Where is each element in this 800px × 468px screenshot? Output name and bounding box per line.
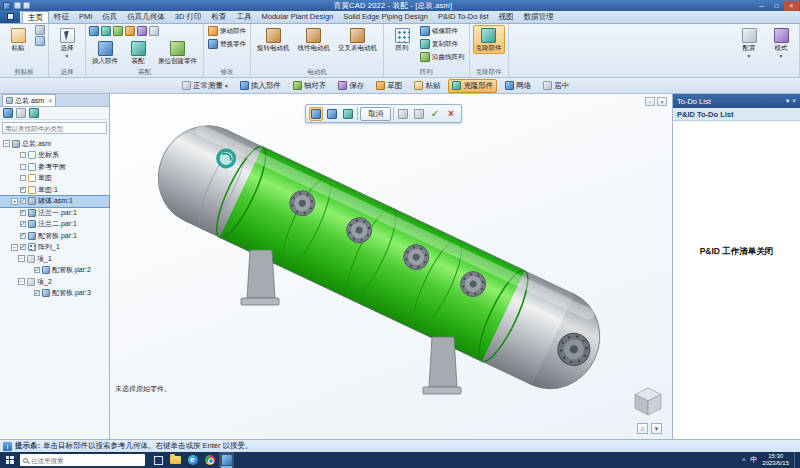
tab-inspect[interactable]: 检查 xyxy=(207,11,232,23)
insert-part-quick-button[interactable]: 插入部件 xyxy=(236,79,285,93)
insert-part-button[interactable]: 插入部件 xyxy=(89,38,121,67)
accept-button[interactable]: ✓ xyxy=(428,107,442,121)
visibility-checkbox[interactable] xyxy=(20,187,26,193)
tree-item-pipe-plate-3[interactable]: 配管板.par:3 xyxy=(0,288,109,300)
config-button[interactable]: 配置 xyxy=(734,25,764,60)
planar-align-icon[interactable] xyxy=(125,26,135,36)
tab-modular-plant-design[interactable]: Modular Plant Design xyxy=(257,11,339,23)
select-original-button[interactable] xyxy=(325,107,339,121)
document-tab[interactable]: 总装.asm × xyxy=(2,94,56,106)
view-cube[interactable] xyxy=(630,385,666,419)
tree-item-occurrence-2[interactable]: 项_2 xyxy=(0,276,109,288)
tab-simulation[interactable]: 仿真 xyxy=(97,11,122,23)
axial-align-icon[interactable] xyxy=(113,26,123,36)
task-view-button[interactable] xyxy=(151,452,166,468)
visibility-checkbox[interactable] xyxy=(20,210,26,216)
todo-pin-icon[interactable]: ▾ xyxy=(786,97,789,105)
clone-options-button[interactable] xyxy=(309,107,323,121)
select-button[interactable]: 选择 xyxy=(52,25,82,60)
cancel-button[interactable]: 取消 xyxy=(360,107,391,121)
sketch-quick-button[interactable]: 草图 xyxy=(372,79,406,93)
flash-fit-icon[interactable] xyxy=(101,26,111,36)
tree-item-assembly-root[interactable]: 总装.asm xyxy=(0,138,109,150)
quick-undo-icon[interactable] xyxy=(23,2,30,9)
reject-button[interactable]: × xyxy=(444,107,458,121)
taskbar-search-box[interactable] xyxy=(20,454,145,466)
drive-part-button[interactable]: 驱动部件 xyxy=(207,25,247,37)
show-desktop-button[interactable] xyxy=(794,452,797,468)
clone-part-quick-button[interactable]: 克隆部件 xyxy=(448,79,497,93)
taskbar-clock[interactable]: 15:30 2023/6/15 xyxy=(762,453,789,467)
create-in-place-button[interactable]: 原位创建零件 xyxy=(155,38,200,67)
replace-part-button[interactable]: 替换零件 xyxy=(207,38,247,50)
document-tab-close-icon[interactable]: × xyxy=(48,97,52,104)
expand-icon[interactable] xyxy=(11,244,18,251)
visibility-checkbox[interactable] xyxy=(20,164,26,170)
tree-item-tank-assembly[interactable]: 罐体.asm:1 xyxy=(0,196,109,208)
tree-item-coordinate-systems[interactable]: 坐标系 xyxy=(0,150,109,162)
visibility-checkbox[interactable] xyxy=(20,152,26,158)
expand-icon[interactable] xyxy=(11,198,18,205)
close-button[interactable]: × xyxy=(784,1,799,11)
expand-icon[interactable] xyxy=(18,255,25,262)
tab-home[interactable]: 主页 xyxy=(22,11,49,23)
save-quick-button[interactable]: 保存 xyxy=(334,79,368,93)
clone-part-button[interactable]: 克隆部件 xyxy=(473,25,505,54)
tab-features[interactable]: 特征 xyxy=(49,11,74,23)
tree-item-pipe-plate-2[interactable]: 配管板.par:2 xyxy=(0,265,109,277)
mode-button[interactable]: 模式 xyxy=(766,25,796,60)
center-quick-button[interactable]: 居中 xyxy=(539,79,573,93)
tree-item-sketches[interactable]: 草图 xyxy=(0,173,109,185)
tab-piping-design[interactable]: Solid Edge Piping Design xyxy=(338,11,433,23)
assemble-button[interactable]: 装配 xyxy=(123,38,153,67)
mate-relation-icon[interactable] xyxy=(89,26,99,36)
ime-indicator[interactable]: 中 xyxy=(750,455,757,465)
expand-icon[interactable] xyxy=(18,278,25,285)
tree-item-sketch-1[interactable]: 草图:1 xyxy=(0,184,109,196)
3d-viewport[interactable]: ▫ × 取消 ✓ × xyxy=(110,94,672,439)
visibility-checkbox[interactable] xyxy=(34,267,40,273)
tab-pid-todo-list[interactable]: P&ID To-Do list xyxy=(433,11,494,23)
tray-expand-icon[interactable]: ^ xyxy=(742,457,745,464)
step-forward-button[interactable] xyxy=(412,107,426,121)
start-button[interactable] xyxy=(0,452,20,468)
tree-item-occurrence-1[interactable]: 项_1 xyxy=(0,253,109,265)
copy-icon[interactable] xyxy=(35,36,45,46)
taskbar-search-input[interactable] xyxy=(31,457,142,464)
tree-item-flange-1[interactable]: 法兰一.par:1 xyxy=(0,207,109,219)
select-target-button[interactable] xyxy=(341,107,355,121)
angle-relation-icon[interactable] xyxy=(149,26,159,36)
application-menu-button[interactable] xyxy=(0,10,20,23)
browser-button[interactable] xyxy=(202,452,217,468)
tab-3d-print[interactable]: 3D 打印 xyxy=(170,11,207,23)
maximize-button[interactable]: □ xyxy=(769,1,784,11)
view-options-button[interactable]: ▾ xyxy=(651,423,662,434)
tree-item-pipe-plate-1[interactable]: 配管板.par:1 xyxy=(0,230,109,242)
file-explorer-button[interactable] xyxy=(168,452,183,468)
cut-icon[interactable] xyxy=(35,25,45,35)
cross-table-motor-button[interactable]: 交叉表电动机 xyxy=(335,25,380,54)
expand-icon[interactable] xyxy=(3,140,10,147)
visibility-checkbox[interactable] xyxy=(20,175,26,181)
edge-browser-button[interactable]: e xyxy=(185,452,200,468)
visibility-checkbox[interactable] xyxy=(20,233,26,239)
tab-data-management[interactable]: 数据管理 xyxy=(519,11,559,23)
network-quick-button[interactable]: 网络 xyxy=(501,79,535,93)
visibility-checkbox[interactable] xyxy=(34,290,40,296)
viewport-restore-icon[interactable]: ▫ xyxy=(645,97,655,106)
cad-app-taskbar-button[interactable] xyxy=(219,452,234,468)
linear-motor-button[interactable]: 线性电动机 xyxy=(295,25,334,54)
mirror-part-button[interactable]: 镜像部件 xyxy=(419,25,466,37)
pathfinder-icon[interactable] xyxy=(3,108,13,118)
tree-item-flange-2[interactable]: 法兰二.par:1 xyxy=(0,219,109,231)
pattern-along-curve-button[interactable]: 沿曲线阵列 xyxy=(419,51,466,63)
tree-item-pattern-1[interactable]: 阵列_1 xyxy=(0,242,109,254)
tab-view[interactable]: 视图 xyxy=(494,11,519,23)
minimize-button[interactable]: ─ xyxy=(754,1,769,11)
paste-quick-button[interactable]: 粘贴 xyxy=(410,79,444,93)
tab-tools[interactable]: 工具 xyxy=(232,11,257,23)
rotary-motor-button[interactable]: 旋转电动机 xyxy=(254,25,293,54)
pathfinder-search-box[interactable] xyxy=(2,122,107,134)
visibility-checkbox[interactable] xyxy=(20,198,26,204)
layers-icon[interactable] xyxy=(29,108,39,118)
